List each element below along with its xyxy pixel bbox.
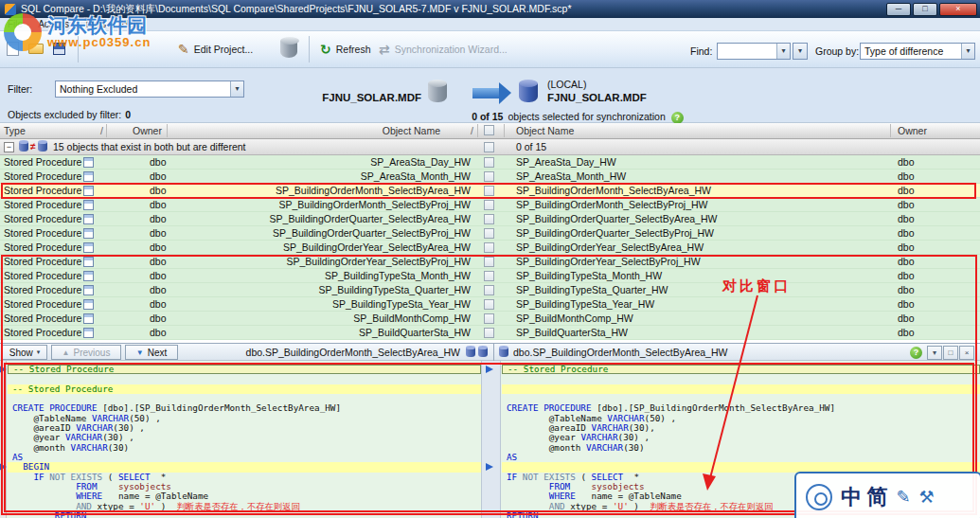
table-row[interactable]: Stored ProceduredboSP_BuildingOrderQuart… — [0, 212, 980, 226]
table-row[interactable]: Stored ProceduredboSP_BuildingOrderMonth… — [0, 184, 980, 198]
row-checkbox[interactable] — [484, 271, 494, 281]
row-checkbox[interactable] — [484, 285, 494, 295]
table-row[interactable]: Stored ProceduredboSP_BuildQuarterSta_HW… — [0, 326, 980, 340]
row-object-right: SP_BuildingOrderMonth_SelectByProj_HW — [516, 199, 708, 210]
table-row[interactable]: Stored ProceduredboSP_BuildingOrderMonth… — [0, 198, 980, 212]
row-checkbox[interactable] — [484, 299, 494, 310]
filter-label: Filter: — [8, 83, 32, 95]
right-pane-title: dbo.SP_BuildingOrderMonth_SelectByArea_H… — [513, 347, 727, 358]
row-owner-right: dbo — [898, 170, 915, 182]
row-object-right: SP_BuildingTypeSta_Month_HW — [516, 270, 662, 281]
excluded-status: Objects excluded by filter:0 — [8, 109, 131, 120]
row-object-left: SP_BuildingOrderYear_SelectByProj_HW — [170, 256, 471, 267]
help-icon[interactable]: ? — [671, 112, 684, 124]
show-button[interactable]: Show▾ — [2, 345, 47, 360]
row-checkbox[interactable] — [484, 157, 494, 168]
stored-procedure-icon — [83, 271, 94, 281]
row-checkbox[interactable] — [484, 171, 494, 182]
left-code[interactable]: -- Stored Procedure-- Stored ProcedureCR… — [8, 361, 481, 518]
table-row[interactable]: Stored ProceduredboSP_BuildingOrderQuart… — [0, 226, 980, 241]
table-row[interactable]: Stored ProceduredboSP_BuildingTypeSta_Ye… — [0, 297, 980, 312]
table-row[interactable]: Stored ProceduredboSP_AreaSta_Month_HWSP… — [0, 170, 980, 184]
stored-procedure-icon — [83, 157, 94, 168]
collapse-icon[interactable]: − — [4, 142, 14, 152]
row-owner-right: dbo — [898, 199, 915, 210]
diff-gutter — [481, 361, 501, 518]
pane-close-button[interactable]: × — [959, 346, 974, 360]
find-dropdown-icon[interactable]: ▾ — [776, 44, 790, 59]
code-line: @month VARCHAR(30) — [8, 443, 481, 453]
row-type: Stored Procedure — [4, 298, 81, 310]
row-checkbox[interactable] — [484, 313, 494, 324]
pane-maximize-button[interactable]: □ — [943, 346, 958, 360]
row-object-left: SP_BuildingTypeSta_Month_HW — [170, 270, 471, 281]
group-row[interactable]: − ≠ 15 objects that exist in both but ar… — [0, 139, 980, 155]
table-row[interactable]: Stored ProceduredboSP_BuildMonthComp_HWS… — [0, 312, 980, 326]
sql-compare-window: SQL Compare - D:\我的资料库\Documents\SQL Com… — [0, 0, 980, 518]
column-object-left[interactable]: Object Name — [170, 125, 440, 136]
row-type: Stored Procedure — [4, 313, 81, 324]
row-checkbox[interactable] — [484, 228, 494, 239]
left-pane-database-icon — [478, 348, 488, 357]
stored-procedure-icon — [83, 200, 94, 210]
close-button[interactable]: × — [939, 3, 977, 16]
row-type: Stored Procedure — [4, 213, 81, 224]
sync-wizard-button[interactable]: ⇄ Synchronization Wizard... — [379, 43, 508, 56]
different-objects-icon: ≠ — [19, 142, 47, 152]
row-owner-right: dbo — [898, 270, 915, 281]
watermark-logo-icon — [4, 13, 42, 51]
refresh-button[interactable]: ↻ Refresh — [320, 43, 371, 56]
row-type: Stored Procedure — [4, 156, 81, 168]
find-input[interactable]: ▾ — [717, 43, 791, 60]
column-type[interactable]: Type — [4, 125, 26, 136]
next-difference-button[interactable]: ▼Next — [125, 345, 178, 360]
right-database-name: FJNU_SOLAR.MDF — [547, 92, 647, 103]
row-object-left: SP_BuildingOrderQuarter_SelectByArea_HW — [170, 213, 471, 224]
table-row[interactable]: Stored ProceduredboSP_BuildingOrderYear_… — [0, 255, 980, 269]
row-checkbox[interactable] — [484, 242, 494, 253]
table-row[interactable]: Stored ProceduredboSP_BuildingOrderYear_… — [0, 241, 980, 255]
row-type: Stored Procedure — [4, 256, 81, 267]
stored-procedure-icon — [83, 299, 94, 310]
refresh-label: Refresh — [336, 44, 371, 55]
table-row[interactable]: Stored ProceduredboSP_BuildingTypeSta_Qu… — [0, 283, 980, 297]
deployment-button[interactable] — [280, 41, 297, 58]
sort-indicator: / — [100, 125, 103, 136]
minimize-button[interactable]: ─ — [886, 3, 911, 16]
stored-procedure-icon — [83, 257, 94, 267]
row-checkbox[interactable] — [484, 200, 494, 210]
row-owner-left: dbo — [150, 213, 167, 224]
sync-wizard-icon: ⇄ — [379, 43, 390, 56]
group-checkbox[interactable] — [484, 142, 494, 152]
pane-pin-button[interactable]: ▾ — [927, 346, 942, 360]
group-by-dropdown-icon[interactable]: ▾ — [961, 44, 974, 59]
edit-project-button[interactable]: ✎ Edit Project... — [178, 43, 253, 56]
right-pane-database-icon — [499, 348, 508, 357]
filter-dropdown-icon[interactable]: ▾ — [230, 81, 243, 97]
group-by-select[interactable]: Type of difference ▾ — [860, 43, 975, 60]
column-owner-right[interactable]: Owner — [898, 125, 927, 136]
column-object-right[interactable]: Object Name — [516, 125, 574, 136]
table-row[interactable]: Stored ProceduredboSP_BuildingTypeSta_Mo… — [0, 269, 980, 283]
row-checkbox[interactable] — [484, 214, 494, 224]
site-watermark: 河东软件园 www.pc0359.cn — [4, 13, 151, 51]
column-owner-left[interactable]: Owner — [133, 125, 162, 136]
sync-wizard-label: Synchronization Wizard... — [395, 44, 508, 55]
row-object-left: SP_BuildQuarterSta_HW — [170, 327, 471, 338]
next-icon: ▼ — [136, 348, 144, 357]
row-object-right: SP_BuildingOrderMonth_SelectByArea_HW — [516, 185, 711, 196]
help-icon[interactable]: ? — [910, 347, 922, 359]
maximize-button[interactable]: □ — [913, 3, 937, 16]
table-row[interactable]: Stored ProceduredboSP_AreaSta_Day_HWSP_A… — [0, 155, 980, 170]
row-checkbox[interactable] — [484, 186, 494, 196]
previous-difference-button[interactable]: ▲Previous — [51, 345, 121, 360]
row-object-left: SP_BuildingOrderMonth_SelectByArea_HW — [170, 185, 471, 196]
row-checkbox[interactable] — [484, 257, 494, 267]
row-checkbox[interactable] — [484, 328, 494, 338]
header-checkbox[interactable] — [484, 125, 494, 135]
row-owner-right: dbo — [898, 241, 915, 253]
stored-procedure-icon — [83, 313, 94, 324]
filter-select[interactable]: Nothing Excluded ▾ — [55, 80, 244, 98]
watermark-url: www.pc0359.cn — [47, 36, 151, 49]
find-options-button[interactable]: ▾ — [793, 43, 808, 60]
